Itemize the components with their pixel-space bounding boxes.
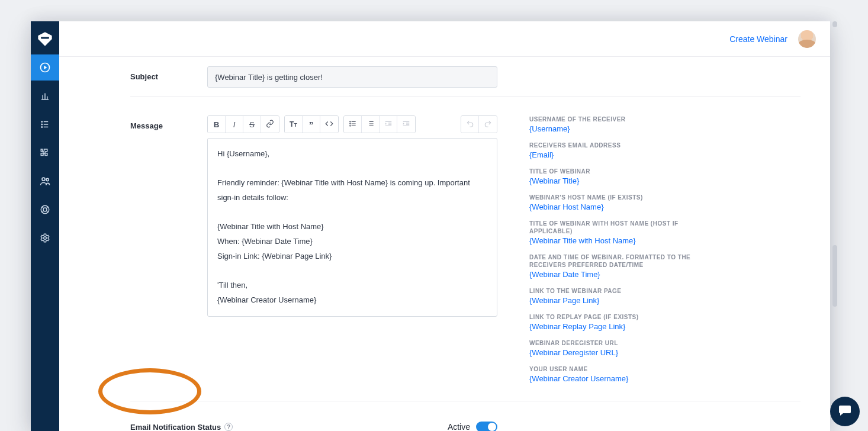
- ol-button[interactable]: [362, 116, 380, 133]
- undo-button[interactable]: [461, 116, 479, 133]
- svg-point-6: [41, 127, 43, 128]
- sidebar-item-settings[interactable]: [31, 225, 59, 251]
- token-title: TITLE OF WEBINAR: [529, 168, 707, 175]
- tokens-list: USERNAME OF THE RECEIVER{Username}RECEIV…: [529, 115, 707, 391]
- token-block: USERNAME OF THE RECEIVER{Username}: [529, 115, 707, 133]
- notification-status-label: Email Notification Status: [130, 423, 221, 432]
- ul-icon: [349, 120, 357, 130]
- link-icon: [266, 120, 274, 130]
- bar-chart-icon: [40, 91, 50, 101]
- token-title: WEBINAR DEREGISTER URL: [529, 339, 707, 347]
- token-title: TITLE OF WEBINAR WITH HOST NAME (HOST IF…: [529, 220, 707, 235]
- svg-point-13: [349, 123, 350, 124]
- token-value[interactable]: {Webinar Replay Page Link}: [529, 322, 707, 331]
- subject-row: Subject: [130, 57, 801, 96]
- svg-point-4: [41, 121, 43, 123]
- sidebar-item-integrations[interactable]: [31, 140, 59, 166]
- token-block: WEBINAR'S HOST NAME (IF EXISTS){Webinar …: [529, 194, 707, 211]
- gear-icon: [40, 233, 50, 243]
- notification-status-toggle[interactable]: [476, 422, 497, 431]
- token-block: RECEIVERS EMAIL ADDRESS{Email}: [529, 141, 707, 159]
- divider: [130, 96, 801, 97]
- code-icon: [325, 120, 333, 130]
- svg-point-14: [349, 125, 350, 126]
- play-circle-icon: [39, 62, 51, 73]
- message-label: Message: [130, 115, 207, 130]
- sidebar: [31, 21, 59, 431]
- token-value[interactable]: {Webinar Page Link}: [529, 296, 707, 305]
- token-value[interactable]: {Webinar Host Name}: [529, 202, 707, 211]
- link-button[interactable]: [261, 116, 279, 133]
- users-icon: [39, 175, 51, 187]
- strike-button[interactable]: S: [243, 116, 261, 133]
- code-button[interactable]: [320, 116, 338, 133]
- chat-icon: [838, 403, 852, 420]
- scrollbar[interactable]: [830, 21, 837, 431]
- svg-point-11: [44, 237, 47, 240]
- redo-button[interactable]: [479, 116, 497, 133]
- token-value[interactable]: {Webinar Date Time}: [529, 270, 707, 279]
- indent-button[interactable]: [397, 116, 415, 133]
- help-icon[interactable]: ?: [224, 423, 233, 431]
- divider: [130, 401, 801, 401]
- sidebar-item-support[interactable]: [31, 197, 59, 223]
- ol-icon: [367, 120, 375, 130]
- puzzle-icon: [40, 147, 50, 158]
- redo-icon: [484, 120, 492, 130]
- message-editor[interactable]: Hi {Username}, Friendly reminder: {Webin…: [207, 138, 497, 317]
- lifebuoy-icon: [40, 204, 50, 215]
- token-title: WEBINAR'S HOST NAME (IF EXISTS): [529, 194, 707, 201]
- content: Subject Message B I S: [59, 57, 830, 431]
- svg-point-7: [42, 178, 45, 181]
- svg-point-8: [46, 178, 49, 181]
- app-logo: [37, 31, 53, 47]
- token-value[interactable]: {Username}: [529, 124, 707, 133]
- create-webinar-link[interactable]: Create Webinar: [729, 34, 787, 44]
- message-row: Message B I S TT ”: [130, 106, 801, 401]
- quote-icon: ”: [309, 120, 314, 130]
- quote-button[interactable]: ”: [303, 116, 320, 133]
- sidebar-item-analytics[interactable]: [31, 83, 59, 109]
- notification-status-row: Email Notification Status ? Active: [130, 411, 497, 431]
- token-title: LINK TO THE WEBINAR PAGE: [529, 287, 707, 295]
- bold-button[interactable]: B: [208, 116, 226, 133]
- indent-icon: [402, 120, 410, 130]
- token-title: LINK TO REPLAY PAGE (IF EXISTS): [529, 313, 707, 321]
- list-icon: [40, 119, 50, 130]
- outdent-button[interactable]: [380, 116, 397, 133]
- token-value[interactable]: {Webinar Deregister URL}: [529, 348, 707, 357]
- subject-label: Subject: [130, 66, 207, 81]
- sidebar-item-people[interactable]: [31, 168, 59, 194]
- token-title: DATE AND TIME OF WEBINAR. FORMATTED TO T…: [529, 253, 707, 269]
- ul-button[interactable]: [344, 116, 362, 133]
- token-block: TITLE OF WEBINAR WITH HOST NAME (HOST IF…: [529, 220, 707, 245]
- notification-status-value: Active: [448, 422, 470, 431]
- italic-button[interactable]: I: [226, 116, 243, 133]
- token-title: USERNAME OF THE RECEIVER: [529, 115, 707, 123]
- chat-widget[interactable]: [830, 397, 860, 426]
- token-block: LINK TO REPLAY PAGE (IF EXISTS){Webinar …: [529, 313, 707, 331]
- token-value[interactable]: {Webinar Title with Host Name}: [529, 236, 707, 245]
- svg-rect-1: [41, 37, 49, 39]
- sidebar-item-list[interactable]: [31, 111, 59, 137]
- header: Create Webinar: [59, 21, 830, 57]
- heading-button[interactable]: TT: [285, 116, 303, 133]
- svg-marker-0: [38, 32, 52, 46]
- user-avatar[interactable]: [798, 30, 816, 48]
- svg-point-5: [41, 124, 43, 125]
- token-block: DATE AND TIME OF WEBINAR. FORMATTED TO T…: [529, 253, 707, 279]
- token-title: RECEIVERS EMAIL ADDRESS: [529, 141, 707, 149]
- svg-point-10: [43, 208, 47, 211]
- token-value[interactable]: {Webinar Title}: [529, 176, 707, 185]
- token-block: WEBINAR DEREGISTER URL{Webinar Deregiste…: [529, 339, 707, 357]
- svg-marker-3: [44, 66, 47, 70]
- token-value[interactable]: {Email}: [529, 150, 707, 159]
- token-value[interactable]: {Webinar Creator Username}: [529, 374, 707, 383]
- token-block: LINK TO THE WEBINAR PAGE{Webinar Page Li…: [529, 287, 707, 305]
- subject-input[interactable]: [207, 66, 497, 88]
- sidebar-item-webinars[interactable]: [31, 54, 59, 81]
- token-block: YOUR USER NAME{Webinar Creator Username}: [529, 365, 707, 383]
- svg-point-12: [349, 121, 350, 121]
- app-shell: Create Webinar Subject Message B I: [31, 21, 830, 431]
- outdent-icon: [384, 120, 393, 130]
